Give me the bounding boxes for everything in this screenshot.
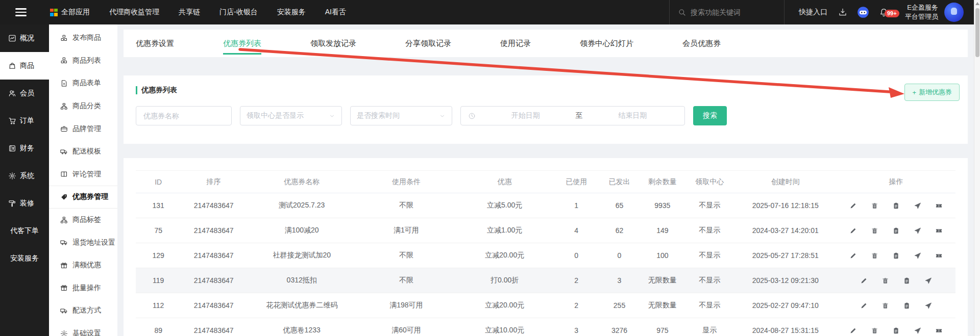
edit-icon	[860, 277, 868, 285]
coupon-button[interactable]	[935, 252, 943, 260]
submenu-item-goods-form[interactable]: 商品表单	[49, 72, 117, 95]
send-button[interactable]	[924, 277, 932, 285]
edit-button[interactable]	[860, 277, 868, 285]
sidebar-item-finance[interactable]: 财务	[0, 135, 49, 162]
topbar-menu: 全部应用 代理商收益管理 共享链 门店-收银台 安装服务 AI看舌	[50, 8, 346, 17]
submenu-item-delivery-template[interactable]: 配送模板	[49, 140, 117, 163]
filter-bar: 领取中心是否显示 是否搜索时间 开始日期 至 结束日期 搜索	[136, 106, 955, 125]
topbar-menu-item-agent[interactable]: 代理商收益管理	[109, 8, 159, 17]
hamburger-icon[interactable]	[15, 8, 27, 16]
records-icon	[903, 302, 911, 309]
records-button[interactable]	[903, 277, 911, 285]
submenu-item-full-discount[interactable]: 满额优惠	[49, 254, 117, 277]
search-button[interactable]: 搜索	[693, 106, 727, 125]
coupon-list-panel: 优惠券列表 + 新增优惠券 领取中心是否显示 是否搜索时间 开始日期 至 结束日…	[124, 75, 968, 144]
edit-button[interactable]	[849, 252, 857, 260]
send-icon	[914, 202, 921, 210]
add-coupon-button[interactable]: + 新增优惠券	[904, 84, 960, 101]
search-icon	[678, 8, 686, 16]
ai-robot-icon	[856, 6, 870, 19]
tab-member-coupons[interactable]: 会员优惠券	[682, 30, 721, 57]
tab-coupon-center-slides[interactable]: 领券中心幻灯片	[580, 30, 633, 57]
delete-button[interactable]	[881, 302, 889, 309]
coupon-button[interactable]	[935, 202, 943, 210]
submenu-item-comments[interactable]: 评论管理	[49, 163, 117, 186]
edit-button[interactable]	[849, 202, 857, 210]
delete-button[interactable]	[871, 252, 878, 260]
send-button[interactable]	[914, 327, 921, 334]
topbar-menu-item-store-pos[interactable]: 门店-收银台	[219, 8, 258, 17]
tab-coupon-list[interactable]: 优惠券列表	[223, 30, 261, 57]
send-button[interactable]	[924, 302, 932, 309]
delete-button[interactable]	[871, 327, 878, 334]
center-display-select[interactable]: 领取中心是否显示	[240, 106, 342, 125]
coupon-name-field	[136, 106, 232, 125]
submenu-item-brand[interactable]: 品牌管理	[49, 117, 117, 140]
coupon-name-input[interactable]	[143, 112, 224, 120]
sitemap-icon	[60, 102, 68, 110]
records-button[interactable]	[892, 227, 900, 235]
submenu-item-return-address[interactable]: 退货地址设置	[49, 231, 117, 254]
delete-button[interactable]	[871, 227, 878, 235]
submenu-item-batch-ops[interactable]: 批量操作	[49, 277, 117, 300]
end-date-input[interactable]: 结束日期	[588, 111, 678, 120]
main-content: 优惠券设置 优惠券列表 领取发放记录 分享领取记录 使用记录 领券中心幻灯片 会…	[117, 24, 974, 336]
topbar-menu-item-ai[interactable]: AI看舌	[325, 8, 346, 17]
scrollbar-thumb[interactable]	[975, 8, 979, 57]
coupon-icon	[935, 252, 943, 260]
sidebar-item-overview[interactable]: 概况	[0, 24, 49, 52]
records-button[interactable]	[903, 302, 911, 309]
ai-assistant-button[interactable]	[853, 6, 873, 19]
send-icon	[924, 277, 932, 285]
edit-button[interactable]	[860, 302, 868, 309]
edit-button[interactable]	[849, 327, 857, 334]
sidebar-item-orders[interactable]: 订单	[0, 107, 49, 135]
submenu-item-goods-category[interactable]: 商品分类	[49, 95, 117, 118]
tab-claim-records[interactable]: 领取发放记录	[310, 30, 356, 57]
tab-share-claim-records[interactable]: 分享领取记录	[405, 30, 451, 57]
avatar[interactable]	[944, 3, 964, 22]
sidebar-item-members[interactable]: 会员	[0, 80, 49, 107]
records-button[interactable]	[892, 252, 900, 260]
sidebar-item-system[interactable]: 系统	[0, 162, 49, 190]
records-button[interactable]	[892, 327, 900, 334]
records-button[interactable]	[892, 202, 900, 210]
send-icon	[914, 227, 921, 235]
tab-usage-records[interactable]: 使用记录	[500, 30, 531, 57]
submenu-item-delivery-method[interactable]: 配送方式	[49, 299, 117, 322]
coupon-button[interactable]	[935, 327, 943, 334]
submenu-item-basic-settings[interactable]: 基础设置	[49, 322, 117, 336]
sidebar-item-install-service[interactable]: 安装服务	[0, 245, 49, 272]
submenu-item-goods-list[interactable]: 商品列表	[49, 49, 117, 72]
date-range-picker[interactable]: 开始日期 至 结束日期	[460, 106, 685, 125]
topbar-menu-item-all-apps[interactable]: 全部应用	[50, 8, 90, 17]
topbar-menu-item-share[interactable]: 共享链	[179, 8, 200, 17]
quick-entry-link[interactable]: 快捷入口	[799, 8, 827, 17]
edit-button[interactable]	[849, 227, 857, 235]
send-button[interactable]	[914, 202, 921, 210]
search-time-select[interactable]: 是否搜索时间	[350, 106, 452, 125]
delete-icon	[871, 227, 878, 235]
delete-icon	[871, 202, 878, 210]
sidebar-item-goods[interactable]: 商品	[0, 52, 49, 80]
start-date-input[interactable]: 开始日期	[481, 111, 571, 120]
delete-icon	[881, 302, 889, 309]
delete-button[interactable]	[881, 277, 889, 285]
tab-coupon-settings[interactable]: 优惠券设置	[136, 30, 174, 57]
topbar-menu-item-install[interactable]: 安装服务	[277, 8, 306, 17]
page-scrollbar[interactable]	[974, 0, 980, 336]
submenu-item-goods-tags[interactable]: 商品标签	[49, 209, 117, 231]
submenu-item-publish-goods[interactable]: 发布商品	[49, 27, 117, 49]
submenu-item-coupon-management[interactable]: 优惠券管理	[49, 186, 117, 209]
delete-button[interactable]	[871, 202, 878, 210]
send-button[interactable]	[914, 227, 921, 235]
sidebar-item-decorate[interactable]: 装修	[0, 190, 49, 217]
coupon-button[interactable]	[935, 227, 943, 235]
notifications-button[interactable]: 99+	[873, 8, 894, 17]
send-button[interactable]	[914, 252, 921, 260]
sidebar-item-proxy-order[interactable]: 代客下单	[0, 217, 49, 245]
user-info[interactable]: E企盈服务 平台管理员	[905, 3, 938, 21]
search-input[interactable]	[691, 8, 767, 16]
download-button[interactable]	[832, 8, 853, 17]
scroll-up-icon[interactable]	[975, 2, 979, 5]
